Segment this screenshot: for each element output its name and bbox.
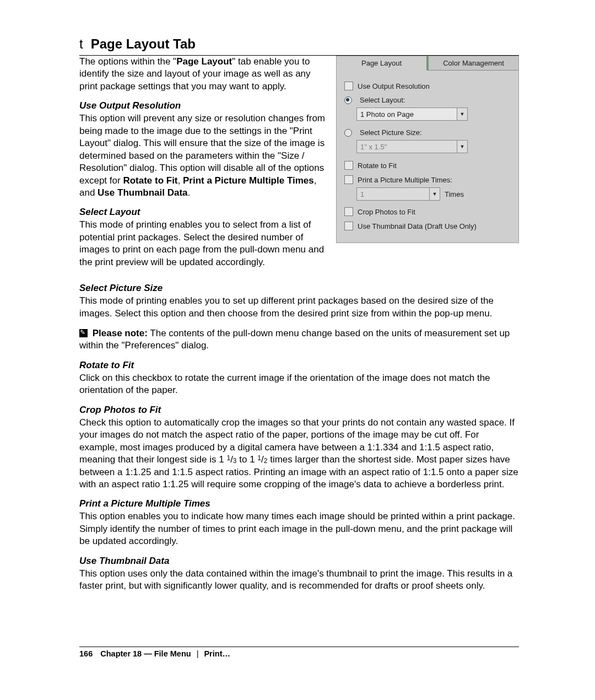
label-use-output: Use Output Resolution (358, 82, 430, 90)
para-select-size: This mode of printing enables you to set… (79, 295, 519, 320)
checkbox-multi[interactable] (344, 175, 353, 184)
footer-rule (79, 647, 519, 647)
tab-color-management[interactable]: Color Management (428, 56, 518, 71)
note-lead: Please note: (93, 328, 148, 338)
subhead-rotate: Rotate to Fit (79, 360, 519, 371)
page-layout-panel: Page Layout Color Management Use Output … (336, 56, 519, 243)
page-title: tPage Layout Tab (79, 36, 519, 52)
para-select-layout: This mode of printing enables you to sel… (79, 219, 329, 268)
subhead-use-output: Use Output Resolution (79, 100, 329, 111)
note: Please note: The contents of the pull-do… (79, 327, 519, 352)
label-select-layout: Select Layout: (360, 96, 405, 104)
title-prefix: t (79, 36, 83, 51)
dropdown-select-size-value: 1" x 1.5" (357, 143, 457, 151)
label-times: Times (445, 190, 464, 198)
dropdown-select-layout[interactable]: 1 Photo on Page (356, 107, 468, 121)
chevron-down-icon[interactable] (457, 141, 467, 153)
para-crop: Check this option to automatically crop … (79, 417, 519, 491)
label-select-size: Select Picture Size: (360, 128, 422, 137)
title-text: Page Layout Tab (91, 36, 196, 51)
label-multi: Print a Picture Multiple Times: (358, 176, 452, 184)
dropdown-select-layout-value: 1 Photo on Page (357, 110, 457, 119)
radio-select-size[interactable] (344, 129, 352, 137)
subhead-select-layout: Select Layout (79, 207, 329, 218)
panel-tabs: Page Layout Color Management (337, 56, 518, 71)
para-thumb: This option uses only the data contained… (79, 568, 519, 593)
dropdown-select-size[interactable]: 1" x 1.5" (356, 140, 468, 153)
checkbox-use-output[interactable] (344, 82, 353, 90)
note-icon (79, 329, 88, 337)
tab-page-layout[interactable]: Page Layout (337, 56, 427, 71)
intro-paragraph: The options within the "Page Layout" tab… (79, 56, 329, 93)
para-multi: This option enables you to indicate how … (79, 510, 519, 547)
para-use-output: This option will prevent any size or res… (79, 112, 329, 199)
checkbox-crop[interactable] (344, 207, 353, 216)
chevron-down-icon[interactable] (429, 188, 440, 200)
checkbox-thumb[interactable] (344, 222, 353, 230)
radio-select-layout[interactable] (344, 96, 352, 104)
subhead-multi: Print a Picture Multiple Times (79, 498, 519, 509)
label-thumb: Use Thumbnail Data (Draft Use Only) (358, 222, 477, 230)
page-number: 166 (79, 649, 93, 658)
subhead-thumb: Use Thumbnail Data (79, 556, 519, 567)
subhead-select-size: Select Picture Size (79, 283, 519, 294)
para-rotate: Click on this checkbox to rotate the cur… (79, 372, 519, 397)
spin-multi-value: 1 (357, 190, 429, 198)
spin-multi-times[interactable]: 1 (356, 187, 440, 201)
page-footer: 166 Chapter 18 — File Menu | Print… (79, 647, 519, 658)
checkbox-rotate[interactable] (344, 161, 353, 170)
chapter-label: Chapter 18 — File Menu (100, 649, 191, 658)
chevron-down-icon[interactable] (457, 108, 467, 120)
label-crop: Crop Photos to Fit (358, 208, 415, 216)
label-rotate: Rotate to Fit (358, 161, 397, 170)
subhead-crop: Crop Photos to Fit (79, 405, 519, 416)
section-label: Print… (204, 649, 230, 658)
